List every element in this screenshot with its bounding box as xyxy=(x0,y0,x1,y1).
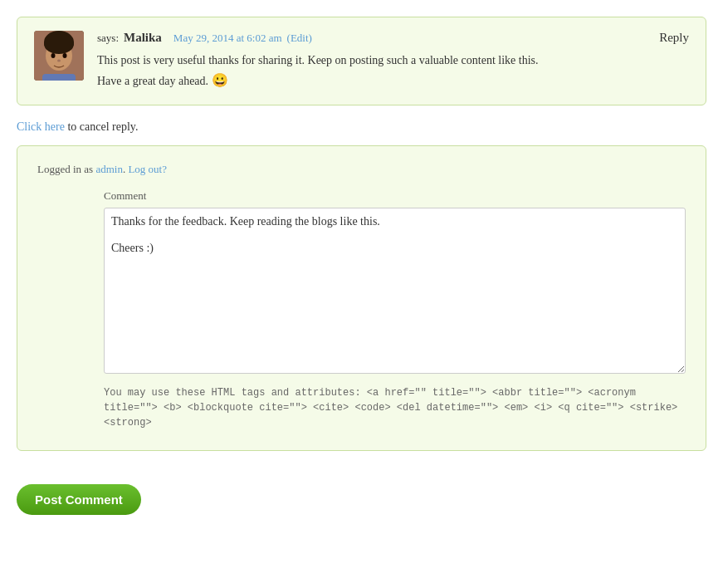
svg-point-5 xyxy=(63,53,67,58)
comment-meta: says: Malika May 29, 2014 at 6:02 am (Ed… xyxy=(97,31,689,45)
edit-link[interactable]: (Edit) xyxy=(287,32,312,45)
comment-text: This post is very useful thanks for shar… xyxy=(97,51,689,91)
says-label: says: xyxy=(97,32,119,45)
comment-smiley: 😀 xyxy=(212,70,228,91)
reply-link[interactable]: Reply xyxy=(659,31,689,45)
avatar xyxy=(34,31,84,81)
reply-form-container: Logged in as admin. Log out? Comment You… xyxy=(17,145,706,451)
cancel-reply-text: to cancel reply. xyxy=(65,120,139,133)
commenter-name: Malika xyxy=(124,31,162,45)
logged-in-prefix: Logged in as xyxy=(37,163,95,175)
comment-body: says: Malika May 29, 2014 at 6:02 am (Ed… xyxy=(97,31,689,91)
comment-textarea[interactable] xyxy=(104,208,686,374)
cancel-reply-area: Click here to cancel reply. xyxy=(17,120,706,134)
svg-point-3 xyxy=(44,34,74,54)
logout-link[interactable]: Log out? xyxy=(128,163,167,175)
html-tags-notice: You may use these HTML tags and attribut… xyxy=(104,385,686,430)
comment-date: May 29, 2014 at 6:02 am xyxy=(173,32,282,45)
comment-text-line1: This post is very useful thanks for shar… xyxy=(97,54,539,66)
comment-label: Comment xyxy=(104,189,686,203)
admin-link[interactable]: admin xyxy=(95,163,123,175)
svg-point-6 xyxy=(57,60,61,62)
logged-in-text: Logged in as admin. Log out? xyxy=(37,163,686,176)
comment-textarea-wrapper: You may use these HTML tags and attribut… xyxy=(104,208,686,430)
post-comment-button[interactable]: Post Comment xyxy=(17,484,141,515)
svg-point-4 xyxy=(51,53,56,58)
cancel-reply-link[interactable]: Click here xyxy=(17,120,65,133)
svg-rect-7 xyxy=(42,74,76,81)
comment-card: says: Malika May 29, 2014 at 6:02 am (Ed… xyxy=(17,17,706,105)
comment-text-line2: Have a great day ahead. xyxy=(97,75,208,87)
